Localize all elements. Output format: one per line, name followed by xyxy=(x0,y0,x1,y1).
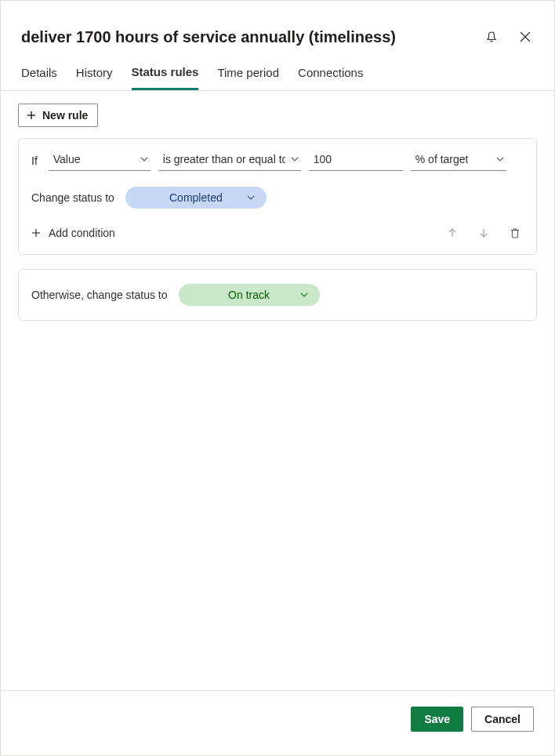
rule-card: If Value is greater than or equal to 100… xyxy=(18,138,537,255)
move-up-button[interactable] xyxy=(444,224,461,242)
status-select-ontrack[interactable]: On track xyxy=(179,284,320,306)
unit-text: % of target xyxy=(415,153,469,165)
tab-details[interactable]: Details xyxy=(21,65,57,90)
bell-icon xyxy=(485,31,498,43)
notification-bell-button[interactable] xyxy=(482,27,501,46)
chevron-down-icon xyxy=(290,154,299,164)
unit-select[interactable]: % of target xyxy=(411,150,506,171)
status-pill-text: Completed xyxy=(169,191,223,204)
chevron-down-icon xyxy=(299,290,309,300)
status-select-completed[interactable]: Completed xyxy=(125,187,267,209)
arrow-up-icon xyxy=(447,227,458,238)
change-status-row: Change status to Completed xyxy=(19,176,536,213)
status-pill-text: On track xyxy=(228,289,270,301)
tabs: Details History Status rules Time period… xyxy=(1,46,554,91)
threshold-value: 100 xyxy=(314,153,332,165)
plus-icon xyxy=(31,228,41,238)
comparator-select[interactable]: is greater than or equal to xyxy=(158,150,301,171)
threshold-input[interactable]: 100 xyxy=(309,150,403,171)
close-button[interactable] xyxy=(517,28,534,45)
new-rule-button[interactable]: New rule xyxy=(18,104,98,127)
tab-status-rules[interactable]: Status rules xyxy=(132,65,199,90)
add-condition-label: Add condition xyxy=(49,227,115,239)
plus-icon xyxy=(27,111,36,120)
comparator-text: is greater than or equal to xyxy=(163,153,285,165)
otherwise-card: Otherwise, change status to On track xyxy=(18,269,537,321)
chevron-down-icon xyxy=(140,154,149,164)
add-condition-button[interactable]: Add condition xyxy=(31,227,115,239)
otherwise-label: Otherwise, change status to xyxy=(31,289,168,301)
tab-history[interactable]: History xyxy=(76,65,113,90)
trash-icon xyxy=(510,227,521,238)
value-field-text: Value xyxy=(53,153,81,165)
tab-time-period[interactable]: Time period xyxy=(217,65,279,90)
delete-rule-button[interactable] xyxy=(506,224,524,242)
value-field-select[interactable]: Value xyxy=(49,150,151,171)
move-down-button[interactable] xyxy=(475,224,492,242)
if-label: If xyxy=(31,154,38,167)
rule-condition-row: If Value is greater than or equal to 100… xyxy=(19,139,536,176)
page-title: deliver 1700 hours of service annually (… xyxy=(21,28,396,46)
close-icon xyxy=(520,31,531,42)
footer: Save Cancel xyxy=(1,690,554,755)
chevron-down-icon xyxy=(495,154,505,164)
arrow-down-icon xyxy=(478,227,489,238)
save-button[interactable]: Save xyxy=(411,707,463,732)
new-rule-label: New rule xyxy=(42,109,88,122)
tab-connections[interactable]: Connections xyxy=(298,65,363,90)
cancel-button[interactable]: Cancel xyxy=(471,707,534,732)
chevron-down-icon xyxy=(246,193,256,202)
change-status-label: Change status to xyxy=(31,191,114,204)
